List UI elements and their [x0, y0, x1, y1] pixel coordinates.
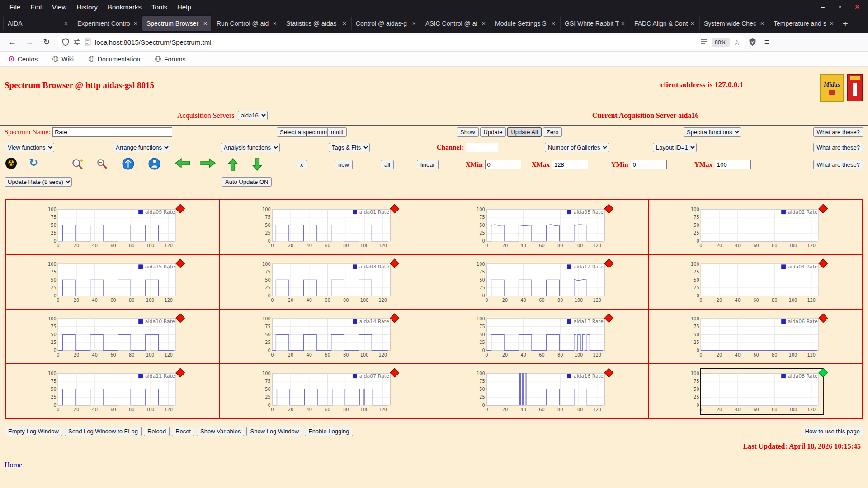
- gallery-cell-aida07[interactable]: 0255075100020406080100120aida07 Rate: [220, 364, 434, 418]
- tab-asic-control-ai[interactable]: ASIC Control @ ai×: [421, 16, 490, 31]
- update-rate-dropdown[interactable]: Update Rate (8 secs): [5, 177, 72, 187]
- ymax-input[interactable]: [715, 160, 751, 169]
- tab-system-wide-chec[interactable]: System wide Chec×: [699, 16, 768, 31]
- reset-button[interactable]: Reset: [172, 427, 194, 436]
- bookmark-wiki[interactable]: Wiki: [52, 56, 73, 63]
- gallery-marker-diamond[interactable]: [176, 204, 185, 213]
- menu-view[interactable]: View: [47, 1, 71, 13]
- gallery-marker-diamond[interactable]: [819, 368, 828, 377]
- menu-bookmarks[interactable]: Bookmarks: [103, 1, 146, 13]
- gallery-marker-diamond[interactable]: [390, 204, 399, 213]
- tab-close-icon[interactable]: ×: [343, 20, 346, 27]
- menu-tools[interactable]: Tools: [146, 1, 172, 13]
- bookmark-documentation[interactable]: Documentation: [88, 56, 140, 63]
- gallery-cell-aida13[interactable]: 0255075100020406080100120aida13 Rate: [434, 309, 648, 364]
- url-text[interactable]: localhost:8015/Spectrum/Spectrum.tml: [95, 38, 697, 46]
- what-are-these-button-1[interactable]: What are these?: [813, 127, 863, 137]
- new-button[interactable]: new: [335, 160, 353, 169]
- gallery-marker-diamond[interactable]: [604, 314, 613, 322]
- tab-close-icon[interactable]: ×: [552, 20, 555, 27]
- gallery-marker-diamond[interactable]: [390, 314, 399, 322]
- menu-hamburger-icon[interactable]: ≡: [760, 35, 774, 49]
- zero-button[interactable]: Zero: [543, 127, 562, 137]
- gallery-marker-diamond[interactable]: [176, 314, 185, 322]
- show-variables-button[interactable]: Show Variables: [197, 427, 244, 436]
- multi-button[interactable]: multi: [327, 127, 347, 137]
- all-button[interactable]: all: [381, 160, 394, 169]
- analysis-functions-dropdown[interactable]: Analysis functions: [221, 143, 280, 152]
- down-arrow-icon[interactable]: [251, 158, 263, 171]
- gallery-cell-aida06[interactable]: 0255075100020406080100120aida06 Rate: [648, 309, 863, 364]
- send-log-window-to-elog-button[interactable]: Send Log Window to ELog: [65, 427, 142, 436]
- tab-close-icon[interactable]: ×: [273, 20, 277, 27]
- tab-gsi-white-rabbit-t[interactable]: GSI White Rabbit T×: [560, 16, 629, 31]
- gallery-marker-diamond[interactable]: [176, 368, 185, 377]
- tab-close-icon[interactable]: ×: [203, 20, 207, 27]
- maximize-button[interactable]: ▫: [836, 3, 844, 10]
- x-button[interactable]: x: [297, 160, 307, 169]
- how-to-use-button[interactable]: How to use this page: [802, 427, 863, 436]
- tab-statistics-aidas[interactable]: Statistics @ aidas×: [282, 16, 350, 31]
- arrange-functions-dropdown[interactable]: Arrange functions: [113, 143, 170, 152]
- tab-close-icon[interactable]: ×: [134, 20, 137, 27]
- tab-close-icon[interactable]: ×: [691, 20, 694, 27]
- permissions-sliders-icon[interactable]: [73, 38, 80, 46]
- number-of-galleries-dropdown[interactable]: Number of Galleries: [545, 143, 609, 152]
- reload-button[interactable]: Reload: [144, 427, 170, 436]
- acquisition-server-select[interactable]: aida16: [238, 111, 268, 120]
- zoom-out-icon[interactable]: [96, 158, 108, 170]
- site-info-page-icon[interactable]: [85, 38, 91, 46]
- previous-arrow-icon[interactable]: [175, 158, 191, 169]
- bookmark-centos[interactable]: Centos: [8, 56, 38, 63]
- menu-file[interactable]: File: [5, 1, 25, 13]
- gallery-cell-aida12[interactable]: 0255075100020406080100120aida12 Rate: [434, 254, 648, 309]
- gallery-marker-diamond[interactable]: [604, 204, 613, 213]
- up-arrow-icon[interactable]: [227, 158, 239, 171]
- layout-id-dropdown[interactable]: Layout ID=1: [653, 143, 697, 152]
- tab-close-icon[interactable]: ×: [830, 20, 834, 27]
- bookmark-forums[interactable]: Forums: [155, 56, 185, 63]
- gallery-marker-diamond[interactable]: [604, 259, 613, 267]
- gallery-cell-aida09[interactable]: 0255075100020406080100120aida09 Rate: [5, 200, 220, 254]
- unzoom-icon[interactable]: [122, 158, 134, 170]
- gallery-cell-aida05[interactable]: 0255075100020406080100120aida05 Rate: [434, 200, 648, 254]
- tab-close-icon[interactable]: ×: [760, 20, 764, 27]
- channel-input[interactable]: [466, 143, 498, 152]
- gallery-cell-aida08[interactable]: 0255075100020406080100120aida08 Rate: [648, 364, 863, 418]
- xmax-input[interactable]: [552, 160, 588, 169]
- tab-temperature-and-s[interactable]: Temperature and s×: [769, 16, 838, 31]
- tab-experiment-contro[interactable]: Experiment Contro×: [73, 16, 142, 31]
- forward-button[interactable]: →: [23, 35, 36, 49]
- zoom-level-badge[interactable]: 80%: [712, 38, 730, 47]
- what-are-these-button-2[interactable]: What are these?: [813, 143, 863, 152]
- gallery-cell-aida10[interactable]: 0255075100020406080100120aida10 Rate: [5, 309, 220, 364]
- spectra-functions-dropdown[interactable]: Spectra functions: [684, 127, 741, 137]
- gallery-marker-diamond[interactable]: [819, 259, 828, 267]
- reader-mode-icon[interactable]: [701, 39, 708, 45]
- gallery-cell-aida14[interactable]: 0255075100020406080100120aida14 Rate: [220, 309, 434, 364]
- view-functions-dropdown[interactable]: View functions: [5, 143, 54, 152]
- tab-run-control-aid[interactable]: Run Control @ aid×: [212, 16, 281, 31]
- menu-help[interactable]: Help: [172, 1, 196, 13]
- tab-control-aidas-g[interactable]: Control @ aidas-g×: [351, 16, 420, 31]
- midas-logo[interactable]: Midas: [820, 74, 844, 102]
- empty-log-window-button[interactable]: Empty Log Window: [5, 427, 62, 436]
- bookmark-star-icon[interactable]: ☆: [734, 38, 740, 47]
- menu-history[interactable]: History: [71, 1, 103, 13]
- gallery-cell-aida04[interactable]: 0255075100020406080100120aida04 Rate: [648, 254, 863, 309]
- gallery-cell-aida02[interactable]: 0255075100020406080100120aida02 Rate: [648, 200, 863, 254]
- tab-close-icon[interactable]: ×: [621, 20, 625, 27]
- tab-close-icon[interactable]: ×: [482, 20, 486, 27]
- menu-edit[interactable]: Edit: [25, 1, 47, 13]
- show-log-window-button[interactable]: Show Log Window: [246, 427, 302, 436]
- gallery-marker-diamond[interactable]: [390, 259, 399, 267]
- facility-logo[interactable]: [847, 74, 863, 101]
- tab-close-icon[interactable]: ×: [412, 20, 416, 27]
- tab-spectrum-browser[interactable]: Spectrum Browser×: [142, 16, 211, 31]
- auto-update-button[interactable]: Auto Update ON: [222, 177, 272, 187]
- gallery-marker-diamond[interactable]: [176, 259, 185, 267]
- reload-button[interactable]: ↻: [40, 35, 53, 49]
- show-button[interactable]: Show: [457, 127, 479, 137]
- gallery-cell-aida01[interactable]: 0255075100020406080100120aida01 Rate: [220, 200, 434, 254]
- gallery-marker-diamond[interactable]: [604, 368, 613, 377]
